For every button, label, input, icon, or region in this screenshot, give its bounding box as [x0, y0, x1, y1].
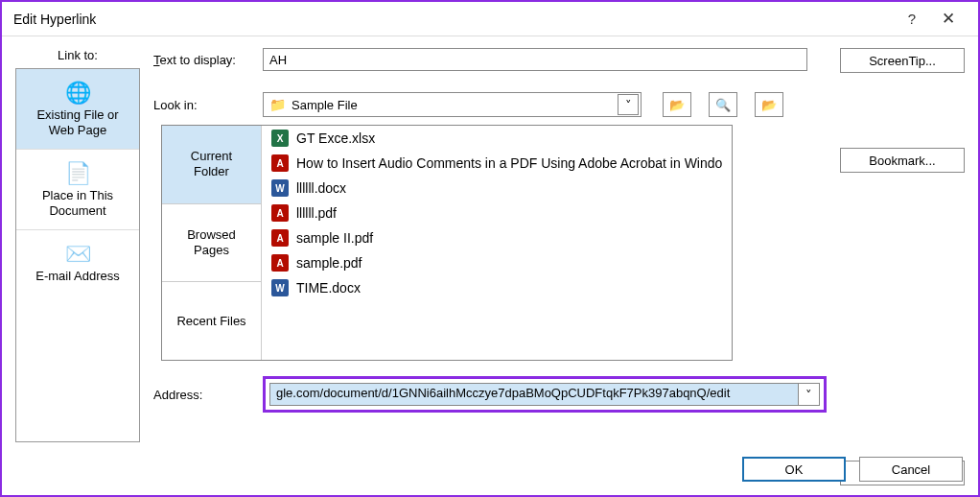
- address-label: Address:: [153, 388, 255, 402]
- address-highlight-box: gle.com/document/d/1GNNi6ailhMcczye7dpaB…: [263, 376, 827, 413]
- link-to-option-icon: 🌐: [65, 83, 91, 104]
- file-list-item[interactable]: AHow to Insert Audio Comments in a PDF U…: [262, 151, 732, 176]
- link-to-option-0[interactable]: 🌐Existing File or Web Page: [16, 69, 139, 150]
- word-file-icon: W: [271, 179, 289, 197]
- file-name: GT Exce.xlsx: [296, 130, 375, 146]
- pdf-file-icon: A: [271, 254, 289, 272]
- file-name: llllll.pdf: [296, 205, 337, 221]
- folder-up-icon: 📂: [669, 98, 685, 112]
- link-to-label: Link to:: [15, 48, 140, 62]
- folder-icon: 📁: [269, 98, 286, 111]
- link-to-option-label: Place in This Document: [42, 188, 113, 218]
- file-name: TIME.docx: [296, 280, 361, 296]
- look-in-value: Sample File: [292, 98, 612, 112]
- link-to-option-1[interactable]: 📄Place in This Document: [16, 150, 139, 230]
- file-list-item[interactable]: Wllllll.docx: [262, 176, 732, 201]
- link-to-option-2[interactable]: ✉️E-mail Address: [16, 230, 139, 296]
- file-list-item[interactable]: XGT Exce.xlsx: [262, 126, 732, 151]
- file-list-item[interactable]: Asample II.pdf: [262, 225, 732, 250]
- picker-tab-0[interactable]: Current Folder: [162, 126, 261, 204]
- address-input[interactable]: gle.com/document/d/1GNNi6ailhMcczye7dpaB…: [269, 383, 799, 406]
- link-to-option-icon: 📄: [65, 163, 91, 184]
- file-list-item[interactable]: WTIME.docx: [262, 275, 732, 300]
- file-name: llllll.docx: [296, 180, 346, 196]
- pdf-file-icon: A: [271, 229, 289, 247]
- link-to-option-icon: ✉️: [65, 244, 91, 265]
- browse-file-button[interactable]: 📂: [755, 92, 783, 117]
- look-in-dropdown-button[interactable]: ˅: [618, 94, 639, 115]
- ok-button[interactable]: OK: [742, 457, 846, 482]
- web-search-icon: 🔍: [715, 98, 731, 112]
- text-to-display-input[interactable]: [263, 48, 807, 71]
- picker-tabs: Current FolderBrowsed PagesRecent Files: [162, 126, 262, 360]
- right-button-panel: ScreenTip... Bookmark... Remove Link: [840, 48, 965, 485]
- link-to-option-label: E-mail Address: [35, 269, 119, 284]
- picker-tab-2[interactable]: Recent Files: [162, 282, 261, 360]
- address-dropdown-button[interactable]: ˅: [799, 383, 820, 406]
- word-file-icon: W: [271, 279, 289, 296]
- file-name: How to Insert Audio Comments in a PDF Us…: [296, 155, 722, 171]
- file-list-item[interactable]: Asample.pdf: [262, 250, 732, 275]
- open-folder-icon: 📂: [761, 98, 777, 112]
- screentip-button[interactable]: ScreenTip...: [840, 48, 965, 73]
- picker-tab-1[interactable]: Browsed Pages: [162, 204, 261, 283]
- pdf-file-icon: A: [271, 204, 289, 222]
- dialog-title: Edit Hyperlink: [13, 12, 96, 27]
- text-to-display-label: Text to display:: [153, 53, 255, 67]
- close-button[interactable]: ✕: [930, 5, 967, 34]
- look-in-combo[interactable]: 📁 Sample File ˅: [263, 92, 642, 117]
- link-to-list: 🌐Existing File or Web Page📄Place in This…: [15, 68, 140, 442]
- titlebar: Edit Hyperlink ? ✕: [2, 2, 978, 36]
- browse-web-button[interactable]: 🔍: [709, 92, 737, 117]
- file-picker: Current FolderBrowsed PagesRecent Files …: [161, 125, 733, 361]
- link-to-option-label: Existing File or Web Page: [36, 107, 118, 137]
- file-name: sample.pdf: [296, 255, 362, 271]
- file-name: sample II.pdf: [296, 230, 373, 246]
- pdf-file-icon: A: [271, 154, 289, 172]
- bookmark-button[interactable]: Bookmark...: [840, 148, 965, 173]
- link-to-panel: Link to: 🌐Existing File or Web Page📄Plac…: [15, 48, 140, 485]
- main-panel: Text to display: Look in: 📁 Sample File …: [153, 48, 827, 485]
- excel-file-icon: X: [271, 130, 289, 147]
- look-in-label: Look in:: [153, 98, 255, 112]
- cancel-button[interactable]: Cancel: [859, 457, 963, 482]
- file-list-item[interactable]: Allllll.pdf: [262, 201, 732, 225]
- dialog-buttons: OK Cancel: [742, 457, 963, 482]
- help-button[interactable]: ?: [894, 5, 930, 34]
- up-one-level-button[interactable]: 📂: [663, 92, 691, 117]
- file-list[interactable]: XGT Exce.xlsxAHow to Insert Audio Commen…: [262, 126, 732, 360]
